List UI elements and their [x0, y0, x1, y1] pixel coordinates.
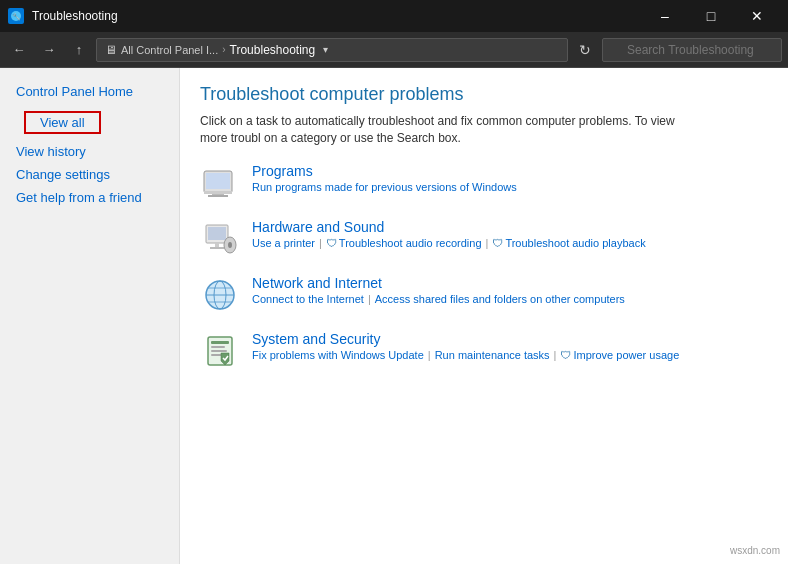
- svg-rect-20: [211, 346, 225, 348]
- security-link-power[interactable]: Improve power usage: [573, 349, 679, 361]
- breadcrumb-icon: 🖥: [105, 43, 117, 57]
- shield-icon-2: 🛡: [492, 237, 503, 249]
- hardware-links: Use a printer | 🛡 Troubleshoot audio rec…: [252, 237, 646, 249]
- shield-icon-1: 🛡: [326, 237, 337, 249]
- refresh-button[interactable]: ↻: [572, 37, 598, 63]
- category-hardware: Hardware and Sound Use a printer | 🛡 Tro…: [200, 219, 768, 259]
- hardware-link-audio-record[interactable]: Troubleshoot audio recording: [339, 237, 482, 249]
- sidebar-get-help[interactable]: Get help from a friend: [0, 186, 179, 209]
- page-description: Click on a task to automatically trouble…: [200, 113, 700, 147]
- network-name[interactable]: Network and Internet: [252, 275, 625, 291]
- category-security: System and Security Fix problems with Wi…: [200, 331, 768, 371]
- page-title: Troubleshoot computer problems: [200, 84, 768, 105]
- up-button[interactable]: ↑: [66, 37, 92, 63]
- sidebar: Control Panel Home View all View history…: [0, 68, 180, 564]
- svg-rect-9: [215, 243, 219, 247]
- sidebar-control-panel-home[interactable]: Control Panel Home: [0, 80, 179, 103]
- programs-icon: [200, 163, 240, 203]
- security-link-update[interactable]: Fix problems with Windows Update: [252, 349, 424, 361]
- category-programs: Programs Run programs made for previous …: [200, 163, 768, 203]
- hardware-name[interactable]: Hardware and Sound: [252, 219, 646, 235]
- svg-rect-8: [208, 227, 226, 240]
- svg-rect-6: [208, 195, 228, 197]
- svg-rect-3: [206, 173, 230, 189]
- title-bar-title: Troubleshooting: [32, 9, 642, 23]
- shield-icon-3: 🛡: [560, 349, 571, 361]
- hardware-content: Hardware and Sound Use a printer | 🛡 Tro…: [252, 219, 646, 249]
- security-content: System and Security Fix problems with Wi…: [252, 331, 679, 361]
- programs-desc: Run programs made for previous versions …: [252, 181, 517, 193]
- category-network: Network and Internet Connect to the Inte…: [200, 275, 768, 315]
- main-container: Control Panel Home View all View history…: [0, 68, 788, 564]
- close-button[interactable]: ✕: [734, 0, 780, 32]
- svg-rect-21: [211, 350, 227, 352]
- watermark: wsxdn.com: [730, 545, 780, 556]
- svg-point-12: [228, 242, 232, 248]
- sidebar-view-history[interactable]: View history: [0, 140, 179, 163]
- hardware-icon: [200, 219, 240, 259]
- breadcrumb: 🖥 All Control Panel I... › Troubleshooti…: [105, 43, 328, 57]
- sidebar-change-settings[interactable]: Change settings: [0, 163, 179, 186]
- address-bar: ← → ↑ 🖥 All Control Panel I... › Trouble…: [0, 32, 788, 68]
- security-icon: [200, 331, 240, 371]
- back-button[interactable]: ←: [6, 37, 32, 63]
- svg-rect-4: [204, 191, 232, 194]
- network-link-connect[interactable]: Connect to the Internet: [252, 293, 364, 305]
- address-field[interactable]: 🖥 All Control Panel I... › Troubleshooti…: [96, 38, 568, 62]
- breadcrumb-part1: All Control Panel I...: [121, 44, 218, 56]
- content-area: Troubleshoot computer problems Click on …: [180, 68, 788, 564]
- security-link-maintenance[interactable]: Run maintenance tasks: [435, 349, 550, 361]
- network-link-shared[interactable]: Access shared files and folders on other…: [375, 293, 625, 305]
- title-bar-controls: – □ ✕: [642, 0, 780, 32]
- svg-rect-10: [210, 247, 224, 249]
- maximize-button[interactable]: □: [688, 0, 734, 32]
- search-wrapper: 🔍: [602, 38, 782, 62]
- security-links: Fix problems with Windows Update | Run m…: [252, 349, 679, 361]
- network-links: Connect to the Internet | Access shared …: [252, 293, 625, 305]
- sidebar-view-all[interactable]: View all: [24, 111, 101, 134]
- breadcrumb-separator: ›: [222, 44, 225, 55]
- security-name[interactable]: System and Security: [252, 331, 679, 347]
- breadcrumb-dropdown[interactable]: ▾: [323, 44, 328, 55]
- breadcrumb-current: Troubleshooting: [230, 43, 316, 57]
- search-input[interactable]: [602, 38, 782, 62]
- programs-links: Run programs made for previous versions …: [252, 181, 517, 193]
- hardware-link-printer[interactable]: Use a printer: [252, 237, 315, 249]
- network-content: Network and Internet Connect to the Inte…: [252, 275, 625, 305]
- title-bar-icon: 🔧: [8, 8, 24, 24]
- programs-content: Programs Run programs made for previous …: [252, 163, 517, 193]
- title-bar: 🔧 Troubleshooting – □ ✕: [0, 0, 788, 32]
- hardware-link-audio-play[interactable]: Troubleshoot audio playback: [505, 237, 645, 249]
- programs-name[interactable]: Programs: [252, 163, 517, 179]
- svg-text:🔧: 🔧: [12, 12, 21, 21]
- forward-button[interactable]: →: [36, 37, 62, 63]
- minimize-button[interactable]: –: [642, 0, 688, 32]
- network-icon: [200, 275, 240, 315]
- svg-rect-19: [211, 341, 229, 344]
